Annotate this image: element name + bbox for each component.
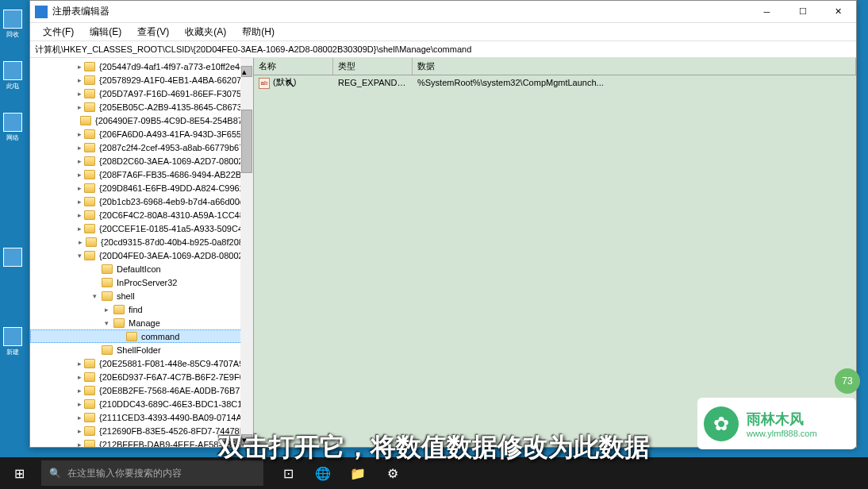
value-type-cell: REG_EXPAND_SZ (333, 77, 413, 88)
scroll-thumb[interactable] (241, 110, 252, 173)
expand-icon[interactable]: ▸ (78, 224, 82, 233)
expand-icon[interactable]: ▸ (78, 386, 82, 395)
maximize-button[interactable]: ☐ (785, 1, 820, 23)
tree-item[interactable]: ▸{20E6D937-F6A7-4C7B-B6F2-7E9F0AF817 (30, 370, 253, 383)
tree-item[interactable]: command (30, 329, 253, 343)
expand-icon[interactable]: ▸ (78, 183, 82, 193)
tree-label: command (140, 332, 181, 341)
menu-bar: 文件(F) 编辑(E) 查看(V) 收藏夹(A) 帮助(H) (30, 23, 856, 40)
collapse-icon[interactable]: ▾ (90, 291, 99, 301)
tree-item[interactable]: ▸{205D7A97-F16D-4691-86EF-F3075DCC (30, 87, 253, 100)
expand-icon[interactable]: ▸ (78, 413, 82, 422)
tree-item[interactable]: ▸{209D8461-E6FB-49DD-A824-C9962A9 (30, 181, 253, 194)
tree-item[interactable]: ▸{208F7A6F-FB35-4686-9494-AB22B7B2 (30, 167, 253, 181)
title-bar: 注册表编辑器 ─ ☐ ✕ (30, 1, 856, 23)
no-expand (90, 264, 99, 274)
expand-icon[interactable]: ▸ (78, 75, 82, 85)
tree-label: {208D2C60-3AEA-1069-A2D7-08002B3 (98, 156, 254, 166)
expand-icon[interactable]: ▸ (78, 372, 82, 382)
tree-item[interactable]: ▸{210DDC43-689C-46E3-BDC1-38C16C8 (30, 397, 253, 410)
tree-item[interactable]: ▸{20cd9315-87d0-40b4-b925-0a8f208e (30, 235, 253, 248)
desktop-icon[interactable]: 回收 (2, 8, 24, 40)
expand-icon[interactable]: ▸ (78, 399, 82, 409)
folder-icon (84, 102, 95, 112)
expand-icon[interactable]: ▸ (78, 426, 82, 436)
close-button[interactable]: ✕ (820, 1, 856, 23)
no-expand (90, 345, 99, 355)
menu-favorites[interactable]: 收藏夹(A) (177, 24, 234, 40)
tree-item[interactable]: ▾Manage (30, 316, 253, 329)
tree-item[interactable]: InProcServer32 (30, 275, 253, 289)
expand-icon[interactable]: ▸ (78, 129, 82, 139)
collapse-icon[interactable]: ▾ (102, 318, 111, 328)
expand-icon[interactable]: ▸ (78, 89, 82, 98)
tree-label: {20CCEF1E-0185-41a5-A933-509C43B5 (98, 224, 254, 233)
menu-view[interactable]: 查看(V) (129, 24, 177, 40)
desktop-icon[interactable]: 此电 (2, 60, 24, 91)
tree-panel[interactable]: ▸{205447d9-4af1-4f97-a773-e10ff2e44e▸{20… (30, 58, 254, 447)
folder-icon (84, 183, 95, 193)
desktop-icon[interactable]: 网络 (2, 111, 24, 143)
folder-icon (80, 116, 91, 125)
tree-item[interactable]: {206490E7-09B5-4C9D-8E54-254B87A5 (30, 114, 253, 127)
window-title: 注册表编辑器 (52, 5, 749, 18)
tree-item[interactable]: ▸{208D2C60-3AEA-1069-A2D7-08002B3 (30, 154, 253, 167)
tree-item[interactable]: ▸{205447d9-4af1-4f97-a773-e10ff2e44e (30, 60, 253, 73)
desktop-icon[interactable]: 新建 (2, 325, 24, 357)
expand-icon[interactable]: ▸ (78, 62, 82, 71)
tree-item[interactable]: ▾shell (30, 289, 253, 302)
tree-item[interactable]: ▸{206FA6D0-A493-41FA-943D-3F655088 (30, 127, 253, 141)
col-data[interactable]: 数据 (413, 58, 856, 75)
tree-scrollbar[interactable]: ▴ ▾ (240, 58, 253, 447)
expand-icon[interactable]: ▸ (78, 210, 82, 220)
expand-icon[interactable]: ▸ (78, 170, 82, 179)
expand-icon[interactable]: ▸ (78, 237, 83, 247)
watermark-icon: ✿ (704, 406, 739, 441)
expand-icon[interactable]: ▸ (78, 359, 82, 368)
expand-icon[interactable]: ▸ (78, 197, 82, 206)
folder-icon (84, 372, 95, 382)
tree-item[interactable]: ▾{20D04FE0-3AEA-1069-A2D8-08002B3 (30, 248, 253, 262)
registry-value-row[interactable]: ab(默认)REG_EXPAND_SZ%SystemRoot%\system32… (254, 75, 856, 90)
folder-icon (84, 75, 95, 85)
folder-icon (84, 143, 95, 152)
tree-item[interactable]: ▸{20CCEF1E-0185-41a5-A933-509C43B5 (30, 221, 253, 235)
expand-icon[interactable]: ▸ (78, 156, 82, 166)
tree-label: {2087c2f4-2cef-4953-a8ab-66779b670 (98, 143, 250, 152)
scroll-up-button[interactable]: ▴ (241, 66, 252, 77)
tree-item[interactable]: ▸{20E8B2FE-7568-46AE-A0DB-76B7F46 (30, 383, 253, 397)
tree-item[interactable]: ▸{20E25881-F081-448e-85C9-4707A940 (30, 356, 253, 370)
col-name[interactable]: 名称 (254, 58, 333, 75)
tree-item[interactable]: ▸{2111CED3-4393-4490-BA09-0714A7C (30, 410, 253, 424)
tree-item[interactable]: ▸{2087c2f4-2cef-4953-a8ab-66779b670 (30, 141, 253, 154)
tree-item[interactable]: ▸{20578929-A1F0-4EB1-A4BA-66207291 (30, 73, 253, 87)
expand-icon[interactable]: ▸ (78, 102, 82, 112)
tree-item[interactable]: ▸{20C6F4C2-80A8-4310-A59A-1CC4873 (30, 208, 253, 221)
tree-item[interactable]: ▸{205EB05C-A2B9-4135-8645-C8673A7E (30, 100, 253, 114)
col-type[interactable]: 类型 (333, 58, 413, 75)
tree-label: {206FA6D0-A493-41FA-943D-3F655088 (98, 129, 254, 139)
no-expand (90, 278, 99, 287)
minimize-button[interactable]: ─ (749, 1, 785, 23)
tree-item[interactable]: ▸find (30, 302, 253, 316)
address-bar[interactable]: 计算机\HKEY_CLASSES_ROOT\CLSID\{20D04FE0-3A… (30, 40, 856, 58)
tree-label: {209D8461-E6FB-49DD-A824-C9962A9 (98, 183, 254, 193)
tree-label: {2111CED3-4393-4490-BA09-0714A7C (98, 413, 254, 422)
badge: 73 (835, 368, 860, 394)
collapse-icon[interactable]: ▾ (78, 251, 82, 260)
folder-icon (84, 359, 95, 368)
menu-help[interactable]: 帮助(H) (234, 24, 282, 40)
tree-item[interactable]: ▸{20b1cb23-6968-4eb9-b7d4-a66d00d0 (30, 194, 253, 208)
expand-icon[interactable]: ▸ (102, 305, 111, 314)
list-header: 名称 类型 数据 (254, 58, 856, 75)
expand-icon[interactable]: ▸ (78, 143, 82, 152)
start-button[interactable]: ⊞ (0, 457, 38, 489)
menu-file[interactable]: 文件(F) (35, 24, 82, 40)
tree-item[interactable]: ShellFolder (30, 343, 253, 356)
expand-icon[interactable]: ▸ (78, 440, 82, 448)
desktop-icon[interactable] (2, 242, 24, 274)
tree-label: Manage (127, 318, 162, 328)
tree-item[interactable]: DefaultIcon (30, 262, 253, 275)
tree-label: {20578929-A1F0-4EB1-A4BA-66207291 (98, 75, 254, 85)
menu-edit[interactable]: 编辑(E) (82, 24, 129, 40)
